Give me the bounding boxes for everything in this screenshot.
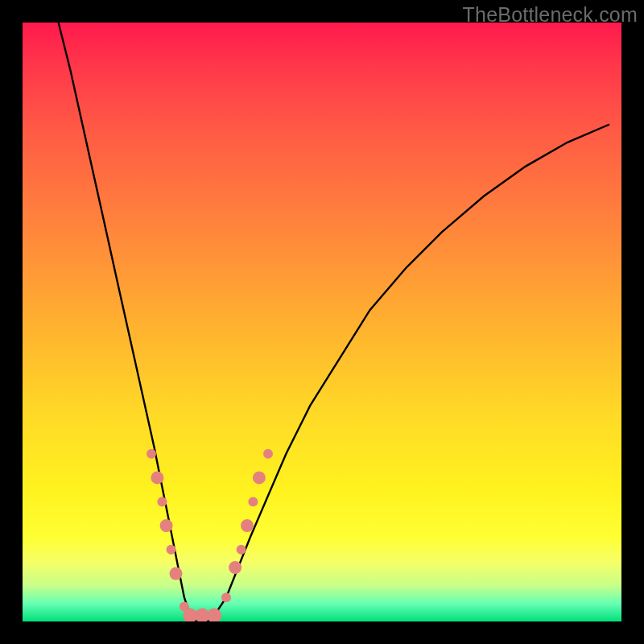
bottleneck-curve bbox=[59, 23, 610, 621]
chart-overlay bbox=[23, 23, 621, 621]
curve-marker bbox=[241, 519, 254, 532]
chart-frame: TheBottleneck.com bbox=[0, 0, 644, 644]
curve-marker bbox=[157, 497, 167, 506]
curve-marker bbox=[221, 592, 231, 602]
curve-marker bbox=[237, 545, 246, 555]
curve-marker bbox=[248, 497, 258, 506]
curve-marker bbox=[170, 568, 183, 580]
watermark-text: TheBottleneck.com bbox=[463, 3, 638, 27]
curve-marker bbox=[147, 449, 156, 459]
curve-marker bbox=[229, 561, 242, 574]
curve-marker bbox=[160, 519, 173, 532]
curve-marker bbox=[207, 609, 221, 621]
curve-marker bbox=[151, 471, 163, 484]
chart-plot-area bbox=[23, 23, 621, 621]
curve-markers bbox=[147, 449, 273, 621]
curve-marker bbox=[253, 471, 266, 484]
curve-marker bbox=[263, 449, 273, 459]
curve-marker bbox=[167, 545, 176, 555]
